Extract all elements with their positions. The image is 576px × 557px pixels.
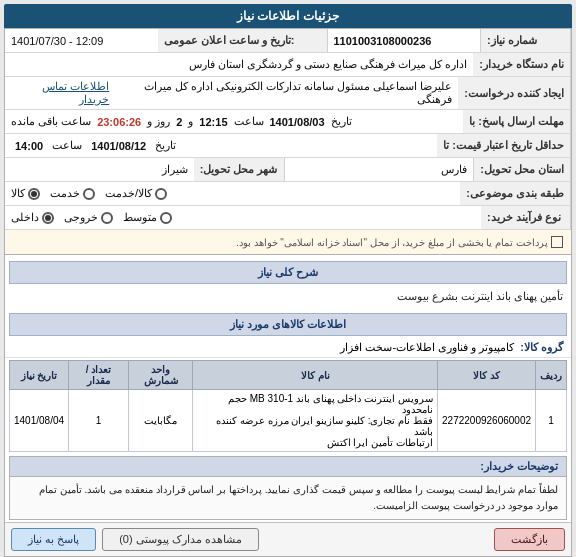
ijad-konandeh-label: ایجاد کننده درخواست: xyxy=(458,77,571,109)
row-pardakht: پرداخت تمام یا بخشی از مبلغ خرید، از محل… xyxy=(5,230,571,254)
tarikh-ilan-label: :تاریخ و ساعت اعلان عمومی xyxy=(158,29,328,52)
shomara-value: 1101003108000236 xyxy=(328,29,482,52)
mohlat-label: مهلت ارسال پاسخ: با xyxy=(463,110,571,133)
pardakht-checkbox[interactable] xyxy=(551,236,563,248)
reply-button[interactable]: پاسخ به نیاز xyxy=(11,528,96,551)
notes-content: لطفاً تمام شرایط لیست پیوست را مطالعه و … xyxy=(10,477,566,519)
col-radif: ردیف xyxy=(536,361,567,390)
ijad-konandeh-value: علیرضا اسماعیلی مسئول سامانه تدارکات الک… xyxy=(5,77,458,109)
pardakht-note-cell: پرداخت تمام یا بخشی از مبلغ خرید، از محل… xyxy=(5,230,571,254)
noe-label: نوع فرآیند خرید: xyxy=(481,206,571,229)
hadd-label: حداقل تاریخ اعتبار قیمت: تا xyxy=(437,134,571,157)
radio-dakheli: داخلی xyxy=(11,211,54,224)
group-kala-label: گروه کالا: xyxy=(520,341,563,354)
notes-header: توضیحات خریدار: xyxy=(10,457,566,477)
group-kala-value: کامپیوتر و فناوری اطلاعات-سخت افزار xyxy=(340,341,514,354)
radio-khorooji: خروجی xyxy=(64,211,113,224)
radio-kala-khadamat: کالا/خدمت xyxy=(105,187,167,200)
hadd-value: تاریخ 1401/08/12 ساعت 14:00 xyxy=(5,134,437,157)
radio-dot-khorooji xyxy=(101,212,113,224)
cell-kod: 2272200926060002 xyxy=(438,390,536,452)
back-button[interactable]: بازگشت xyxy=(494,528,565,551)
page-header: جزئیات اطلاعات نیاز xyxy=(4,4,572,28)
etelaat-kala-header: اطلاعات کالاهای مورد نیاز xyxy=(9,313,567,336)
nam-dasgah-value: اداره کل میراث فرهنگی صنایع دستی و گردشگ… xyxy=(5,53,473,76)
row-noe-farayand: نوع فرآیند خرید: متوسط خروجی xyxy=(5,206,571,230)
footer-buttons: بازگشت مشاهده مدارک پیوستی (0) پاسخ به ن… xyxy=(5,522,571,556)
radio-dot-dakheli xyxy=(42,212,54,224)
info-section: شماره نیاز: 1101003108000236 :تاریخ و سا… xyxy=(5,29,571,255)
row-tabaghe: طبقه بندی موضوعی: کالا/خدمت خدمت xyxy=(5,182,571,206)
sharh-koli-value: تأمین پهنای باند اینترنت بشرع بیوست xyxy=(5,286,571,307)
row-shomara: شماره نیاز: 1101003108000236 :تاریخ و سا… xyxy=(5,29,571,53)
goods-table-section: ردیف کد کالا نام کالا واحد شمارش تعداد /… xyxy=(9,360,567,452)
tabaghe-value: کالا/خدمت خدمت کالا xyxy=(5,182,460,205)
radio-dot-motavaset xyxy=(160,212,172,224)
radio-dot-khadamat xyxy=(83,188,95,200)
col-tarikh: تاریخ نیاز xyxy=(10,361,69,390)
radio-dot-kala-khadamat xyxy=(155,188,167,200)
view-docs-button[interactable]: مشاهده مدارک پیوستی (0) xyxy=(102,528,259,551)
table-header-row: ردیف کد کالا نام کالا واحد شمارش تعداد /… xyxy=(10,361,567,390)
row-mohlat: مهلت ارسال پاسخ: با تاریخ 1401/08/03 ساع… xyxy=(5,110,571,134)
main-container: جزئیات اطلاعات نیاز شماره نیاز: 11010031… xyxy=(0,0,576,557)
pardakht-checkbox-item: پرداخت تمام یا بخشی از مبلغ خرید، از محل… xyxy=(236,236,563,248)
row-ijad-konandeh: ایجاد کننده درخواست: علیرضا اسماعیلی مسئ… xyxy=(5,77,571,110)
header-title: جزئیات اطلاعات نیاز xyxy=(237,9,339,23)
tabaghe-label: طبقه بندی موضوعی: xyxy=(460,182,571,205)
radio-dot-kala xyxy=(28,188,40,200)
col-vahed: واحد شمارش xyxy=(128,361,192,390)
radio-kala: کالا xyxy=(11,187,40,200)
row-nam-dasgah: نام دستگاه خریدار: اداره کل میراث فرهنگی… xyxy=(5,53,571,77)
notes-section: توضیحات خریدار: لطفاً تمام شرایط لیست پی… xyxy=(9,456,567,520)
main-card: شماره نیاز: 1101003108000236 :تاریخ و سا… xyxy=(4,28,572,557)
nam-dasgah-label: نام دستگاه خریدار: xyxy=(473,53,571,76)
col-tedad: تعداد / مقدار xyxy=(69,361,129,390)
cell-tarikh: 1401/08/04 xyxy=(10,390,69,452)
row-hadd: حداقل تاریخ اعتبار قیمت: تا تاریخ 1401/0… xyxy=(5,134,571,158)
etelaat-tamas-link[interactable]: اطلاعات تماس خریدار xyxy=(11,80,109,106)
col-kod: کد کالا xyxy=(438,361,536,390)
right-buttons: مشاهده مدارک پیوستی (0) پاسخ به نیاز xyxy=(11,528,259,551)
cell-vahed: مگابایت xyxy=(128,390,192,452)
ostan-value: فارس xyxy=(285,158,475,181)
goods-table: ردیف کد کالا نام کالا واحد شمارش تعداد /… xyxy=(9,360,567,452)
cell-name: سرویس اینترنت داخلی پهنای باند 1-310 MB … xyxy=(193,390,438,452)
tarikh-ilan-value: 1401/07/30 - 12:09 xyxy=(5,29,158,52)
shomara-label: شماره نیاز: xyxy=(481,29,571,52)
shahr-value: شیراز xyxy=(5,158,194,181)
sharh-koli-header: شرح کلی نیاز xyxy=(9,261,567,284)
row-ostan-shahr: استان محل تحویل: فارس شهر محل تحویل: شیر… xyxy=(5,158,571,182)
cell-radif: 1 xyxy=(536,390,567,452)
ostan-label: استان محل تحویل: xyxy=(474,158,571,181)
table-row: 1 2272200926060002 سرویس اینترنت داخلی پ… xyxy=(10,390,567,452)
noe-value: متوسط خروجی داخلی xyxy=(5,206,481,229)
radio-motavaset: متوسط xyxy=(123,211,172,224)
radio-khadamat: خدمت xyxy=(50,187,95,200)
shahr-label: شهر محل تحویل: xyxy=(194,158,285,181)
cell-tedad: 1 xyxy=(69,390,129,452)
mohlat-value: تاریخ 1401/08/03 ساعت 12:15 و 2 روز و 23… xyxy=(5,110,463,133)
group-kala-row: گروه کالا: کامپیوتر و فناوری اطلاعات-سخت… xyxy=(5,338,571,358)
col-name: نام کالا xyxy=(193,361,438,390)
